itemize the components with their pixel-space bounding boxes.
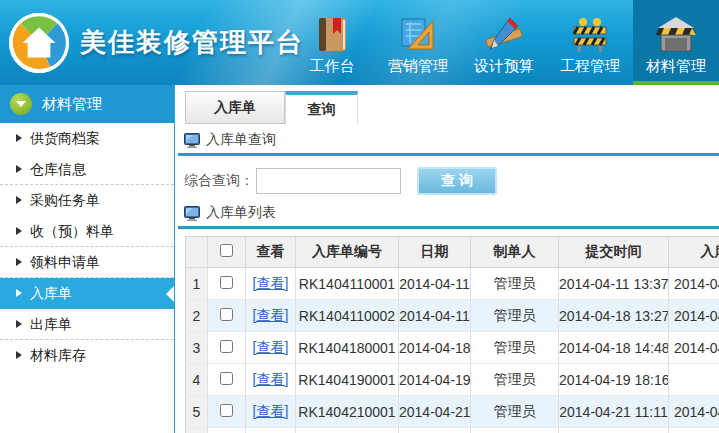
row-checkbox[interactable] <box>220 404 233 417</box>
tab-storage-form[interactable]: 入库单 <box>185 91 285 124</box>
row-creator: 管理员 <box>471 332 559 364</box>
nav-label: 设计预算 <box>474 57 534 76</box>
warehouse-icon <box>656 14 696 54</box>
view-link[interactable]: [查看] <box>253 371 289 387</box>
row-creator: 管理员 <box>471 300 559 332</box>
row-number: 2 <box>186 300 208 332</box>
main-content: 入库单 查询 入库单查询 综合查询： 查 询 <box>176 85 719 433</box>
row-checkbox[interactable] <box>220 308 233 321</box>
sidebar-menu-item[interactable]: 领料申请单 <box>0 247 174 278</box>
row-select-cell <box>208 268 246 300</box>
app-title: 美佳装修管理平台 <box>80 25 304 60</box>
collapse-circle-icon[interactable] <box>10 93 32 115</box>
nav-item-project[interactable]: 工程管理 <box>547 0 633 85</box>
sidebar-item-label: 领料申请单 <box>30 254 100 270</box>
sidebar-menu-item[interactable]: 采购任务单 <box>0 185 174 216</box>
header-date: 日期 <box>399 237 471 268</box>
row-checkbox[interactable] <box>220 372 233 385</box>
table-row: 6 [查看] RK1404210002 2014-04-21 管理员 2014-… <box>186 428 719 433</box>
view-link[interactable]: [查看] <box>253 403 289 419</box>
row-checkbox[interactable] <box>220 276 233 289</box>
sidebar-menu-item[interactable]: 材料库存 <box>0 340 174 371</box>
sidebar-header-label: 材料管理 <box>42 95 102 114</box>
row-number: 6 <box>186 428 208 433</box>
nav-label: 营销管理 <box>388 57 448 76</box>
sidebar-menu-item[interactable]: 供货商档案 <box>0 123 174 154</box>
row-submit-time: 2014-04-18 14:48 <box>559 332 669 364</box>
row-date: 2014-04-11 <box>399 300 471 332</box>
select-all-checkbox[interactable] <box>220 244 233 257</box>
top-banner: 美佳装修管理平台 工作台 营销管理 <box>0 0 719 85</box>
sidebar-item-label: 收（预）料单 <box>30 223 114 239</box>
row-select-cell <box>208 364 246 396</box>
storage-list-table-wrap: 查看 入库单编号 日期 制单人 提交时间 入库时间 1 [查看] RK14041… <box>185 236 719 433</box>
row-number: 4 <box>186 364 208 396</box>
header-submit-time: 提交时间 <box>559 237 669 268</box>
pencil-brush-icon <box>484 14 524 54</box>
nav-item-marketing[interactable]: 营销管理 <box>375 0 461 85</box>
sidebar-menu-item[interactable]: 仓库信息 <box>0 154 174 185</box>
tab-bar: 入库单 查询 <box>176 85 719 124</box>
nav-item-workbench[interactable]: 工作台 <box>289 0 375 85</box>
sidebar-menu-item[interactable]: 出库单 <box>0 309 174 340</box>
table-row: 2 [查看] RK1404110002 2014-04-11 管理员 2014-… <box>186 300 719 332</box>
header-code: 入库单编号 <box>296 237 399 268</box>
row-creator: 管理员 <box>471 364 559 396</box>
table-row: 5 [查看] RK1404210001 2014-04-21 管理员 2014-… <box>186 396 719 428</box>
header-stock-time: 入库时间 <box>669 237 719 268</box>
top-nav: 工作台 营销管理 设计预算 <box>289 0 719 85</box>
construction-barrier-icon <box>570 14 610 54</box>
nav-label: 工程管理 <box>560 57 620 76</box>
tab-label: 查询 <box>308 101 336 117</box>
sidebar-menu-item[interactable]: 收（预）料单 <box>0 216 174 247</box>
nav-item-material[interactable]: 材料管理 <box>633 0 719 85</box>
row-submit-time: 2014-04-18 13:27 <box>559 300 669 332</box>
row-submit-time: 2014-04-19 18:16 <box>559 364 669 396</box>
row-code: RK1404190001 <box>296 364 399 396</box>
app-logo-icon <box>8 12 70 74</box>
row-submit-time: 2014-04-11 13:37 <box>559 268 669 300</box>
query-form: 综合查询： 查 询 <box>184 167 719 195</box>
table-row: 4 [查看] RK1404190001 2014-04-19 管理员 2014-… <box>186 364 719 396</box>
header-view: 查看 <box>246 237 296 268</box>
row-stock-time: 2014-04 <box>669 428 719 433</box>
nav-item-design-budget[interactable]: 设计预算 <box>461 0 547 85</box>
nav-label: 材料管理 <box>646 57 706 76</box>
row-submit-time: 2014-04-21 14:28 <box>559 428 669 433</box>
query-section-header: 入库单查询 <box>178 131 719 156</box>
table-row: 3 [查看] RK1404180001 2014-04-18 管理员 2014-… <box>186 332 719 364</box>
query-label: 综合查询： <box>184 172 254 190</box>
row-date: 2014-04-21 <box>399 396 471 428</box>
view-link[interactable]: [查看] <box>253 307 289 323</box>
sidebar-item-label: 材料库存 <box>30 347 86 363</box>
query-button[interactable]: 查 询 <box>417 167 497 195</box>
monitor-icon <box>184 206 200 221</box>
row-code: RK1404110002 <box>296 300 399 332</box>
row-creator: 管理员 <box>471 428 559 433</box>
row-number: 1 <box>186 268 208 300</box>
monitor-icon <box>184 133 200 148</box>
sidebar-item-label: 入库单 <box>30 285 72 301</box>
section-title: 入库单查询 <box>206 131 276 149</box>
query-input[interactable] <box>256 168 401 194</box>
row-date: 2014-04-11 <box>399 268 471 300</box>
row-date: 2014-04-21 <box>399 428 471 433</box>
row-code: RK1404180001 <box>296 332 399 364</box>
header-creator: 制单人 <box>471 237 559 268</box>
row-date: 2014-04-18 <box>399 332 471 364</box>
row-select-cell <box>208 396 246 428</box>
row-select-cell <box>208 332 246 364</box>
sidebar: 材料管理 供货商档案 仓库信息 采购任务单 收（预）料单 领料申请单 入库单 <box>0 85 175 433</box>
row-view-cell: [查看] <box>246 428 296 433</box>
header-select-all <box>208 237 246 268</box>
blueprint-ruler-icon <box>398 14 438 54</box>
row-checkbox[interactable] <box>220 340 233 353</box>
view-link[interactable]: [查看] <box>253 275 289 291</box>
row-select-cell <box>208 300 246 332</box>
sidebar-menu-item[interactable]: 入库单 <box>0 278 174 309</box>
view-link[interactable]: [查看] <box>253 339 289 355</box>
sidebar-item-label: 出库单 <box>30 316 72 332</box>
tab-query[interactable]: 查询 <box>285 91 358 124</box>
sidebar-header[interactable]: 材料管理 <box>0 85 174 123</box>
row-stock-time: 2014-04 <box>669 396 719 428</box>
